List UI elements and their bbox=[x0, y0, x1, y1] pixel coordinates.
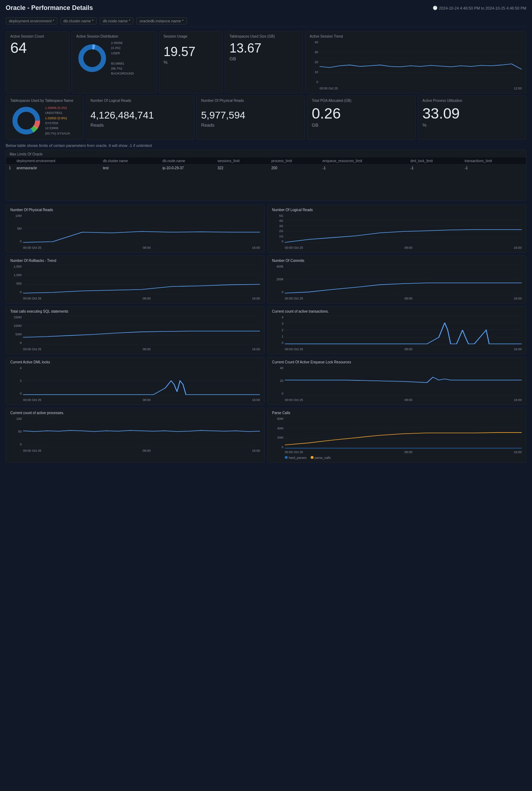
pga-value: 0.26 bbox=[312, 106, 411, 121]
physical-reads-chart-title: Number Of Physical Reads bbox=[10, 208, 260, 212]
commits-chart-card: Number Of Commits 400k200k0 00:00 Oct 25… bbox=[267, 256, 526, 303]
top-metrics-row: Active Session Count 64 Active Session D… bbox=[6, 31, 526, 93]
svg-point-12 bbox=[18, 113, 34, 128]
logical-reads-chart-card: Number Of Logical Reads 5G4G3G2G1G0 bbox=[267, 205, 526, 253]
col-transactions: transactions_limit bbox=[462, 158, 526, 165]
filter-bar: deployment.environment * db.cluster.name… bbox=[6, 15, 526, 27]
table-title: Max Limits Of Oracle bbox=[6, 150, 526, 158]
max-limits-table: deployment.environment db.cluster.name d… bbox=[6, 158, 526, 172]
session-usage-unit: % bbox=[164, 60, 218, 65]
row-enqueue: -1 bbox=[320, 165, 408, 172]
parse-calls-chart: 60M40M20M0 00:00 Oct 2508:00 bbox=[272, 417, 522, 460]
pga-label: Total PGA Allocated (GB) bbox=[312, 99, 411, 103]
row-num: 1 bbox=[6, 165, 14, 172]
distribution-legend: 2.05556 (3.3%) USER 60.08681 (96.7%) BAC… bbox=[111, 40, 134, 76]
sql-calls-chart-title: Total calls executing SQL statements bbox=[10, 309, 260, 313]
filter-node[interactable]: db.node.name * bbox=[100, 17, 134, 24]
second-metrics-row: Tablespaces Used by Tablespace Name 1.39… bbox=[6, 95, 526, 140]
col-process: process_limit bbox=[268, 158, 320, 165]
distribution-label: Active Session Distribution bbox=[76, 34, 152, 38]
session-usage-card: Session Usage 19.57 % bbox=[159, 31, 223, 93]
filter-env[interactable]: deployment.environment * bbox=[6, 17, 57, 24]
col-sessions: sessions_limit bbox=[215, 158, 268, 165]
logical-reads-chart: 5G4G3G2G1G0 00:00 Oct 2508:0016:00 bbox=[272, 214, 522, 249]
filter-cluster[interactable]: db.cluster.name * bbox=[60, 17, 97, 24]
max-limits-section: Max Limits Of Oracle deployment.environm… bbox=[6, 150, 526, 201]
page-title: Oracle - Performance Details bbox=[6, 4, 93, 12]
logical-reads-label: Number Of Logical Reads bbox=[90, 99, 190, 103]
trend-x-labels: 00:00 Oct 2512:00 bbox=[320, 87, 522, 90]
active-processes-chart-title: Current count of active processes. bbox=[10, 411, 260, 415]
tablespaces-legend: 1.39906 (9.3%) UNDOTBS1 1.02832 (0.9%) S… bbox=[45, 105, 70, 136]
physical-reads-card: Number Of Physical Reads 5,977,594 Reads bbox=[196, 95, 305, 140]
logical-reads-chart-title: Number Of Logical Reads bbox=[272, 208, 522, 212]
tablespaces-size-card: Tablespaces Used Size (GB) 13.67 GB bbox=[225, 31, 303, 93]
charts-row-4: Current Active DML locks 420 00:00 Oct 2… bbox=[6, 357, 526, 405]
time-range: 🕐 2024-10-24 4:46:50 PM to 2024-10-25 4:… bbox=[433, 6, 526, 10]
active-transactions-chart: 43210 00:00 Oct 2508:0016:00 bbox=[272, 315, 522, 351]
col-dml: dml_lock_limit bbox=[408, 158, 462, 165]
active-processes-chart: 100500 00:00 Oct 2508:0016:00 bbox=[10, 417, 260, 452]
pga-allocated-card: Total PGA Allocated (GB) 0.26 GB bbox=[307, 95, 416, 140]
dml-locks-chart: 420 00:00 Oct 2508:0016:00 bbox=[10, 366, 260, 402]
session-usage-value: 19.57 bbox=[164, 45, 218, 58]
row-env: anemaoracle bbox=[14, 165, 100, 172]
process-utilization-card: Active Process Utilization 33.09 % bbox=[418, 95, 526, 140]
session-trend-label: Active Session Trend bbox=[310, 34, 522, 38]
col-env: deployment.environment bbox=[14, 158, 100, 165]
dml-locks-chart-title: Current Active DML locks bbox=[10, 360, 260, 364]
parse-calls-chart-title: Parse Calls bbox=[272, 411, 522, 415]
charts-row-3: Total calls executing SQL statements 150… bbox=[6, 306, 526, 354]
tablespaces-donut bbox=[10, 105, 42, 137]
charts-row-5: Current count of active processes. 10050… bbox=[6, 408, 526, 463]
col-enqueue: enqueue_resources_limit bbox=[320, 158, 408, 165]
physical-reads-chart-card: Number Of Physical Reads 10M5M0 00:00 Oc… bbox=[6, 205, 265, 253]
charts-row-1: Number Of Physical Reads 10M5M0 00:00 Oc… bbox=[6, 205, 526, 253]
commits-chart-title: Number Of Commits bbox=[272, 259, 522, 263]
parse-calls-chart-card: Parse Calls 60M40M20M0 bbox=[267, 408, 526, 463]
rollbacks-chart-card: Number Of Rollbacks - Trend 1,5001,00050… bbox=[6, 256, 265, 303]
col-cluster: db.cluster.name bbox=[100, 158, 160, 165]
clock-icon: 🕐 bbox=[433, 6, 438, 10]
physical-reads-value: 5,977,594 bbox=[201, 110, 300, 121]
tablespaces-by-name-label: Tablespaces Used by Tablespace Name bbox=[10, 99, 79, 103]
proc-util-unit: % bbox=[422, 122, 522, 128]
active-transactions-chart-title: Current count of active transactions. bbox=[272, 309, 522, 313]
physical-reads-unit: Reads bbox=[201, 122, 300, 128]
active-session-trend-card: Active Session Trend 403020100 bbox=[305, 31, 526, 93]
session-distribution-card: Active Session Distribution 2.05556 (3.3… bbox=[72, 31, 157, 93]
tablespaces-by-name-card: Tablespaces Used by Tablespace Name 1.39… bbox=[6, 95, 84, 140]
enqueue-locks-chart-card: Current Count Of Active Enqueue Lock Res… bbox=[267, 357, 526, 405]
proc-util-value: 33.09 bbox=[422, 106, 522, 121]
row-process: 200 bbox=[268, 165, 320, 172]
svg-point-2 bbox=[84, 50, 100, 66]
session-count-value: 64 bbox=[10, 40, 65, 55]
active-transactions-chart-card: Current count of active transactions. 43… bbox=[267, 306, 526, 354]
row-transactions: -1 bbox=[462, 165, 526, 172]
tablespaces-size-unit: GB bbox=[229, 56, 298, 61]
info-text: Below table shows limits of certain para… bbox=[6, 143, 526, 148]
rollbacks-chart: 1,5001,0005000 00:00 Oct 2508:0016:00 bbox=[10, 265, 260, 300]
row-sessions: 322 bbox=[215, 165, 268, 172]
enqueue-locks-chart-title: Current Count Of Active Enqueue Lock Res… bbox=[272, 360, 522, 364]
filter-instance[interactable]: oracledb.instance.name * bbox=[136, 17, 187, 24]
session-trend-chart: 403020100 00:00 Oct 2512:00 bbox=[310, 40, 522, 90]
col-num bbox=[6, 158, 14, 165]
row-node: ip-10-0-29-37 bbox=[160, 165, 215, 172]
physical-reads-label: Number Of Physical Reads bbox=[201, 99, 300, 103]
col-node: db.node.name bbox=[160, 158, 215, 165]
dml-locks-chart-card: Current Active DML locks 420 00:00 Oct 2… bbox=[6, 357, 265, 405]
tablespaces-size-label: Tablespaces Used Size (GB) bbox=[229, 34, 298, 38]
row-dml: -1 bbox=[408, 165, 462, 172]
rollbacks-chart-title: Number Of Rollbacks - Trend bbox=[10, 259, 260, 263]
active-processes-chart-card: Current count of active processes. 10050… bbox=[6, 408, 265, 463]
physical-reads-chart: 10M5M0 00:00 Oct 2508:0016:00 bbox=[10, 214, 260, 249]
trend-svg bbox=[320, 40, 522, 84]
sql-calls-chart: 150M100M50M0 00:00 Oct 2508:0016:00 bbox=[10, 315, 260, 351]
session-usage-label: Session Usage bbox=[164, 34, 218, 38]
row-cluster: test bbox=[100, 165, 160, 172]
active-session-count-card: Active Session Count 64 bbox=[6, 31, 70, 93]
distribution-donut bbox=[76, 42, 108, 74]
logical-reads-value: 4,126,484,741 bbox=[90, 110, 190, 121]
table-row: 1 anemaoracle test ip-10-0-29-37 322 200… bbox=[6, 165, 526, 172]
